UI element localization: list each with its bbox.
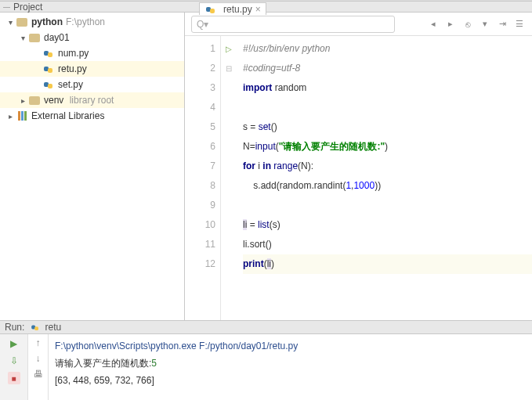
console-output[interactable]: F:\python\venv\Scripts\python.exe F:/pyt…	[49, 334, 532, 400]
python-icon	[43, 79, 54, 90]
tree-file-set[interactable]: set.py	[0, 77, 184, 92]
chevron-right-icon[interactable]: ▸	[5, 112, 16, 121]
venv-hint: library root	[70, 95, 114, 106]
chevron-down-icon[interactable]: ▾	[5, 18, 16, 27]
root-name: python	[31, 16, 63, 27]
run-label: Run:	[5, 322, 24, 333]
up-icon[interactable]: ↑	[36, 337, 41, 348]
code-editor[interactable]: 123456789101112 ▷ ⊟ #!/usr/bin/env pytho…	[185, 36, 532, 320]
console-exec-path: F:\python\venv\Scripts\python.exe F:/pyt…	[55, 337, 526, 355]
down-icon[interactable]: ↓	[36, 353, 41, 364]
fold-gutter: ▷ ⊟	[221, 36, 237, 320]
tree-venv[interactable]: ▸ venv library root	[0, 92, 184, 108]
run-config-name: retu	[45, 322, 61, 333]
library-icon	[18, 111, 27, 121]
fold-icon[interactable]: ⊟	[221, 59, 237, 78]
venv-label: venv	[44, 95, 63, 106]
run-marker-icon[interactable]: ▷	[221, 39, 237, 59]
nav-prev-icon[interactable]: ◂	[427, 18, 440, 31]
filter-icon[interactable]: ▾	[479, 18, 491, 31]
run-toolwindow-header[interactable]: Run: retu	[0, 320, 532, 334]
match-case-icon[interactable]: ⎋	[461, 18, 474, 31]
project-tree[interactable]: ▾ pythonF:\python ▾ day01 num.py retu.py…	[0, 13, 185, 320]
file-set-label: set.py	[58, 79, 83, 90]
console-result: [63, 448, 659, 732, 766]	[55, 372, 526, 389]
python-icon	[43, 48, 54, 59]
search-input[interactable]: Q▾	[191, 16, 395, 33]
day01-label: day01	[44, 32, 70, 43]
pin-icon[interactable]: ⇥	[496, 18, 508, 31]
console-prompt: 请输入要产生的随机数:	[55, 358, 151, 369]
chevron-right-icon[interactable]: ▸	[17, 96, 28, 105]
tab-retu[interactable]: retu.py ×	[199, 2, 266, 15]
hide-icon[interactable]: —	[3, 3, 10, 11]
folder-icon	[16, 18, 27, 27]
line-gutter: 123456789101112	[185, 36, 221, 320]
console-side-toolbar: ↑ ↓ 🖶	[28, 334, 49, 400]
python-icon	[43, 63, 54, 74]
project-title: Project	[13, 2, 42, 13]
python-icon	[205, 4, 216, 15]
tree-external-libs[interactable]: ▸ External Libraries	[0, 108, 184, 124]
folder-icon	[29, 96, 40, 105]
tab-label: retu.py	[223, 4, 252, 15]
tree-file-retu[interactable]: retu.py	[0, 61, 184, 77]
editor-toolbar: Q▾ ◂ ▸ ⎋ ▾ ⇥ ☰	[185, 13, 532, 36]
console-user-input: 5	[151, 358, 157, 369]
python-icon	[31, 323, 40, 331]
chevron-down-icon[interactable]: ▾	[17, 34, 28, 42]
root-path: F:\python	[66, 16, 105, 27]
tree-file-num[interactable]: num.py	[0, 45, 184, 61]
ext-lib-label: External Libraries	[31, 110, 104, 121]
settings-icon[interactable]: ☰	[513, 18, 526, 31]
file-num-label: num.py	[58, 48, 89, 59]
stop-icon[interactable]: ■	[8, 372, 20, 384]
tree-root[interactable]: ▾ pythonF:\python	[0, 14, 184, 30]
export-icon[interactable]: 🖶	[34, 369, 43, 380]
close-icon[interactable]: ×	[255, 4, 261, 15]
step-icon[interactable]: ⇩	[8, 355, 20, 367]
run-side-toolbar: ▶ ⇩ ■	[0, 334, 28, 400]
file-retu-label: retu.py	[58, 63, 87, 74]
nav-next-icon[interactable]: ▸	[444, 18, 457, 31]
tree-day01[interactable]: ▾ day01	[0, 30, 184, 45]
folder-icon	[29, 34, 40, 42]
search-icon: Q▾	[197, 19, 208, 30]
rerun-icon[interactable]: ▶	[8, 337, 20, 350]
